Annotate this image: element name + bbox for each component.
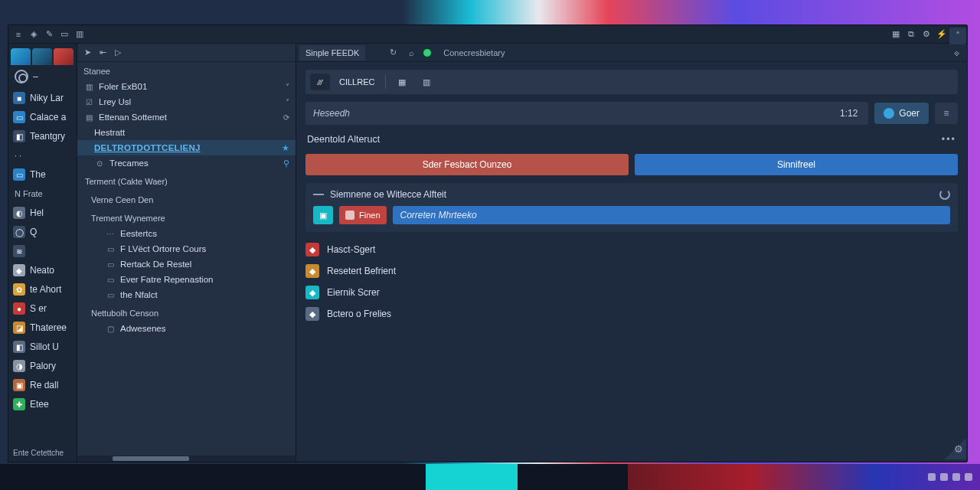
tree-row-icon: ▢ (105, 323, 116, 334)
sidebar-item[interactable]: ▭Calace a (10, 109, 75, 126)
sidebar-item[interactable]: ◧Sillot U (10, 338, 75, 355)
brand-tab-2[interactable] (32, 48, 52, 65)
list-item[interactable]: ◆Resetert Befrient (305, 263, 958, 279)
sidebar-item-icon: ◑ (13, 360, 25, 372)
sidebar-item[interactable]: ✿te Ahort (10, 281, 75, 298)
search-icon[interactable]: ⌕ (405, 47, 417, 59)
gear-icon[interactable]: ⚙ (921, 29, 932, 40)
list-item-icon: ◆ (305, 264, 319, 278)
taskbar-active[interactable] (426, 464, 518, 490)
tree-row[interactable]: ⋯Eestertcs (77, 226, 296, 241)
sidebar-item[interactable]: ✚Etee (10, 396, 75, 413)
sidebar-item[interactable]: ◯Q (10, 224, 75, 240)
search-placeholder: Heseedh (313, 108, 350, 119)
tab-primary[interactable]: Sinple FEEDK (299, 45, 365, 60)
sidebar-item-icon: ▣ (13, 379, 25, 391)
sidebar-item[interactable]: ▭The (10, 166, 75, 183)
tree-row[interactable]: ☑Lrey Usl˅ (77, 94, 296, 109)
tool-text[interactable]: CILLREC (335, 74, 379, 90)
brand-tab-3[interactable] (54, 48, 74, 65)
sidebar-item[interactable]: ≋ (10, 243, 75, 260)
tray-icon[interactable] (940, 473, 948, 481)
tree-row[interactable]: ▥Foler ExB01˅ (77, 79, 296, 94)
pin-icon[interactable]: ★ (282, 143, 289, 153)
sidebar-item[interactable]: · · (10, 147, 75, 164)
tool-list-icon[interactable]: ▥ (416, 74, 436, 90)
sidebar-item[interactable]: N Frate (10, 185, 75, 202)
search-input[interactable]: Heseedh 1:12 (305, 102, 868, 125)
titlebar: ≡◈✎▭▥ ▦⧉⚙⚡≣ (8, 25, 967, 44)
sidebar-item-label: · · (15, 151, 21, 160)
sidebar-item[interactable]: ●S er (10, 300, 75, 317)
avatar-row[interactable]: – (8, 65, 77, 88)
big-button-a[interactable]: Sder Fesbact Ounzeo (305, 154, 629, 175)
tool-grid-icon[interactable]: ▦ (392, 74, 412, 90)
big-button-b[interactable]: Sinnifreel (635, 154, 958, 175)
chip-red[interactable]: Finen (339, 206, 387, 224)
panel-gear-icon[interactable]: ⟐ (954, 47, 959, 58)
tree-row[interactable]: ▢Adwesenes (77, 321, 296, 336)
panel-icon[interactable]: ▥ (74, 29, 85, 40)
sidebar-item[interactable]: ◪Thateree (10, 319, 75, 336)
menu-icon[interactable]: ≡ (13, 29, 24, 40)
tree-row[interactable]: ⊙Trecames⚲ (77, 155, 296, 171)
bolt-icon[interactable]: ⚡ (936, 29, 947, 40)
tree-group: Verne Ceen Den (77, 189, 296, 207)
refresh-icon[interactable]: ↻ (387, 47, 399, 59)
tree-row[interactable]: ▭Rertack De Restel (77, 256, 296, 272)
brand-tab-1[interactable] (11, 48, 31, 65)
tree-row[interactable]: ▭F LVëct Ortorre Cours (77, 241, 296, 256)
back-icon[interactable]: ⇤ (97, 47, 108, 58)
sidebar-item[interactable]: ◧Teantgry (10, 128, 75, 145)
tree-row[interactable]: DELTROTDOTTCELIENJ★ (77, 140, 296, 155)
tray-icon[interactable] (965, 473, 972, 481)
tool-chart-icon[interactable]: ⫻ (310, 74, 330, 90)
tray-icon[interactable] (952, 473, 960, 481)
list-item[interactable]: ◆Eiernik Screr (305, 284, 958, 301)
tree-row-label: F LVëct Ortorre Cours (120, 244, 206, 253)
chip-cyan[interactable]: ▣ (313, 206, 333, 224)
tree-row[interactable]: ▭Ever Fatre Repenastion (77, 272, 296, 287)
list-item[interactable]: ◆Hasct-Sgert (305, 241, 958, 258)
mid-scroll-thumb[interactable] (113, 456, 189, 461)
corner-gear-icon[interactable]: ⚙ (954, 443, 963, 455)
tree-row[interactable]: ▤Ettenan Sottemet⟳ (77, 109, 296, 125)
mid-scrollbar[interactable] (77, 456, 296, 462)
tab-secondary[interactable]: Conecresbietary (437, 45, 511, 60)
menu-button[interactable]: ≡ (935, 103, 958, 124)
tree-row[interactable]: ▭the Nfalct (77, 287, 296, 302)
collapse-chevron-icon[interactable]: ˄ (949, 28, 966, 44)
copy-icon[interactable]: ⧉ (906, 29, 916, 40)
sidebar-item-label: Etee (30, 399, 49, 410)
go-button[interactable]: Goer (874, 103, 929, 124)
note-icon[interactable]: ✎ (44, 29, 54, 40)
grid-icon[interactable]: ▦ (890, 29, 901, 40)
sidebar-item-label: Thateree (30, 322, 67, 333)
pin-icon[interactable]: ⚲ (283, 158, 289, 168)
sub-panel-row: ▣ Finen Correten Mhrteeko (313, 206, 950, 224)
sidebar-item-label: Sillot U (30, 341, 59, 352)
app-body: – ■Niky Lar▭Calace a◧Teantgry· ·▭TheN Fr… (8, 44, 967, 462)
tree-row[interactable]: Hestratt (77, 125, 296, 140)
sidebar-tabstrip (8, 44, 77, 65)
tag-icon[interactable]: ◈ (28, 29, 39, 40)
tray-icon[interactable] (928, 473, 936, 481)
section-overflow-icon[interactable]: ••• (942, 134, 956, 145)
list-item[interactable]: ◆Bctero o Frelies (305, 305, 958, 322)
chevron-icon[interactable]: ˅ (286, 98, 289, 106)
tree-row-icon: ▥ (83, 81, 94, 92)
sidebar-item-label: N Frate (15, 189, 43, 198)
arrow-icon[interactable]: ➤ (82, 47, 93, 58)
window-icon[interactable]: ▭ (59, 29, 70, 40)
sidebar-item[interactable]: ■Niky Lar (10, 90, 75, 106)
sub-panel-head: Siemnene oe Witlecce Alfteit (313, 189, 950, 200)
chevron-icon[interactable]: ˅ (286, 83, 289, 91)
sidebar-item[interactable]: ◑Palory (10, 358, 75, 374)
sidebar-item-icon: ▭ (13, 168, 25, 181)
play-icon[interactable]: ▷ (113, 47, 123, 58)
chevron-icon[interactable]: ⟳ (283, 113, 289, 122)
sidebar-item[interactable]: ◆Neato (10, 262, 75, 279)
sidebar-item[interactable]: ▣Re dall (10, 377, 75, 394)
sidebar-item[interactable]: ◐Hel (10, 204, 75, 221)
inline-input[interactable]: Correten Mhrteeko (393, 206, 950, 224)
